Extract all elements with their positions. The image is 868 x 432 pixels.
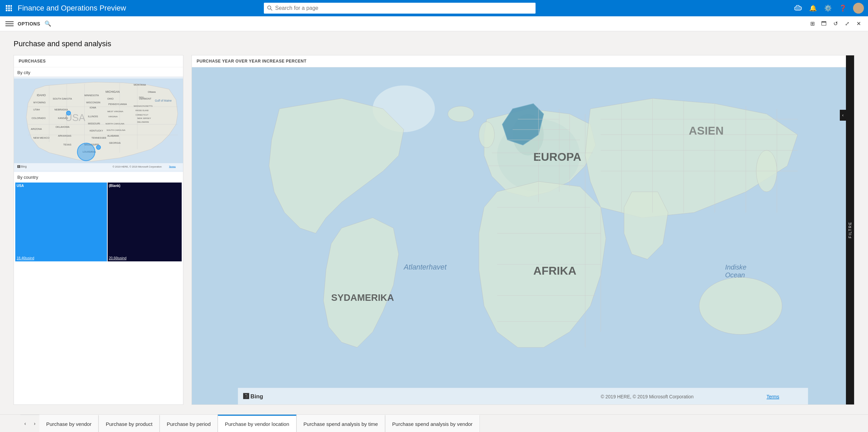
svg-text:MASSACHUSETTS: MASSACHUSETTS: [134, 105, 152, 107]
svg-text:© 2019 HERE, © 2019 Microsoft : © 2019 HERE, © 2019 Microsoft Corporatio…: [601, 394, 693, 399]
tab-purchase-by-vendor[interactable]: Purchase by vendor: [39, 415, 98, 432]
svg-text:IDAHO: IDAHO: [37, 93, 46, 97]
options-toolbar: OPTIONS 🔍 ⊞ 🗖 ↺ ⤢ ✕: [0, 16, 868, 31]
svg-point-63: [67, 111, 71, 115]
svg-point-75: [699, 277, 782, 334]
toolbar-right-actions: ⊞ 🗖 ↺ ⤢ ✕: [808, 20, 863, 28]
svg-rect-3: [6, 7, 7, 9]
filter-collapse-arrow[interactable]: ‹: [840, 110, 846, 121]
dashboard-icon[interactable]: ⊞: [808, 20, 816, 28]
svg-text:RHODE ISLAND: RHODE ISLAND: [135, 109, 149, 111]
world-map-svg: EUROPA ASIEN Atlanterhavet AFRIKA SYDAME…: [192, 67, 854, 404]
top-navbar: Finance and Operations Preview 🔔 ⚙️ ❓: [0, 0, 868, 16]
svg-text:SOUTH CAROLINA: SOUTH CAROLINA: [107, 129, 126, 131]
grid-icon[interactable]: [4, 3, 14, 13]
svg-text:AFRIKA: AFRIKA: [534, 264, 577, 277]
window-icon[interactable]: 🗖: [820, 20, 828, 28]
svg-point-12: [854, 10, 863, 14]
svg-text:SYDAMERIKA: SYDAMERIKA: [331, 292, 394, 303]
search-icon: [267, 5, 273, 11]
svg-rect-0: [6, 5, 7, 7]
tab-prev-btn[interactable]: ‹: [20, 415, 30, 432]
help-icon[interactable]: ❓: [838, 3, 848, 13]
svg-text:VIRGINIA: VIRGINIA: [108, 115, 118, 118]
svg-point-74: [479, 122, 494, 148]
svg-point-11: [856, 4, 861, 9]
filter-label: FILTRE: [848, 222, 852, 238]
tab-purchase-by-period[interactable]: Purchase by period: [160, 415, 218, 432]
hamburger-menu[interactable]: [5, 20, 14, 28]
svg-text:WYOMING: WYOMING: [33, 101, 46, 104]
purchases-card-header: PURCHASES: [14, 55, 183, 67]
usa-map-svg: IDAHO WYOMING UTAH COLORADO ARIZONA NEW …: [14, 77, 183, 172]
blank-value: 20,66tusind: [108, 255, 182, 261]
search-bar[interactable]: [264, 3, 536, 14]
svg-text:Gulf of Maine: Gulf of Maine: [155, 99, 172, 102]
svg-point-65: [77, 143, 95, 161]
main-content: Purchase and spend analysis PURCHASES By…: [0, 31, 868, 414]
country-bars: USA 18,46tusind (Blank) 20,66tusind: [14, 181, 183, 263]
tab-purchase-by-vendor-location[interactable]: Purchase by vendor location: [218, 415, 296, 432]
svg-point-64: [96, 145, 101, 149]
svg-text:NEBRASKA: NEBRASKA: [54, 108, 68, 111]
tab-next-btn[interactable]: ›: [30, 415, 39, 432]
svg-text:© 2019 HERE, © 2019 Microsoft : © 2019 HERE, © 2019 Microsoft Corporatio…: [113, 165, 162, 168]
svg-text:Atlanterhavet: Atlanterhavet: [403, 263, 447, 271]
svg-text:WISCONSIN: WISCONSIN: [86, 101, 101, 104]
world-map: EUROPA ASIEN Atlanterhavet AFRIKA SYDAME…: [192, 67, 854, 404]
svg-text:KENTUCKY: KENTUCKY: [90, 129, 103, 132]
settings-icon[interactable]: ⚙️: [823, 3, 833, 13]
svg-text:ALABAMA: ALABAMA: [107, 134, 119, 137]
svg-text:Terms: Terms: [766, 394, 779, 399]
svg-text:ARKANSAS: ARKANSAS: [58, 134, 72, 137]
tab-purchase-by-product[interactable]: Purchase by product: [98, 415, 160, 432]
svg-point-9: [268, 6, 271, 9]
svg-text:OKLAHOMA: OKLAHOMA: [55, 125, 69, 128]
world-card-header: PURCHASE YEAR OVER YEAR INCREASE PERCENT: [192, 55, 854, 67]
svg-rect-110: [238, 388, 808, 404]
svg-text:CONNECTICUT: CONNECTICUT: [135, 114, 148, 116]
page-title: Purchase and spend analysis: [14, 39, 854, 48]
notification-icon[interactable]: 🔔: [808, 3, 818, 13]
nav-right-icons: 🔔 ⚙️ ❓: [793, 3, 864, 14]
svg-text:ARIZONA: ARIZONA: [31, 127, 42, 131]
purchases-card: PURCHASES By city: [14, 55, 183, 405]
city-map: IDAHO WYOMING UTAH COLORADO ARIZONA NEW …: [14, 77, 183, 172]
svg-text:IOWA: IOWA: [90, 106, 96, 109]
toolbar-search-icon[interactable]: 🔍: [44, 20, 51, 27]
svg-text:PENNSYLVANIA: PENNSYLVANIA: [108, 103, 127, 106]
usa-bar: USA 18,46tusind: [15, 183, 107, 261]
svg-text:NEW MEXICO: NEW MEXICO: [33, 136, 50, 139]
expand-icon[interactable]: ⤢: [843, 20, 851, 28]
svg-rect-5: [11, 7, 12, 9]
svg-text:UTAH: UTAH: [33, 108, 40, 111]
svg-text:ASIEN: ASIEN: [689, 124, 724, 137]
blank-label: (Blank): [109, 184, 121, 188]
usa-label: USA: [17, 184, 24, 188]
svg-text:EUROPA: EUROPA: [534, 151, 581, 163]
refresh-icon[interactable]: ↺: [831, 20, 839, 28]
svg-text:MONTANA: MONTANA: [134, 83, 146, 86]
svg-text:TENNESSEE: TENNESSEE: [91, 136, 106, 139]
user-avatar[interactable]: [853, 3, 864, 14]
svg-text:Terms: Terms: [169, 165, 176, 168]
svg-rect-7: [8, 10, 10, 11]
search-input[interactable]: [275, 5, 532, 11]
svg-rect-4: [8, 7, 10, 9]
svg-text:MICHIGAN: MICHIGAN: [106, 90, 120, 93]
svg-text:WEST VIRGINIA: WEST VIRGINIA: [107, 110, 124, 113]
filter-panel[interactable]: FILTRE: [846, 55, 854, 404]
cards-row: PURCHASES By city: [14, 55, 854, 405]
svg-text:GEORGIA: GEORGIA: [109, 141, 121, 144]
tab-spend-analysis-by-vendor[interactable]: Purchase spend analysis by vendor: [385, 415, 480, 432]
svg-text:MINNESOTA: MINNESOTA: [85, 94, 99, 97]
svg-rect-1: [8, 5, 10, 7]
close-icon[interactable]: ✕: [854, 20, 863, 28]
options-label: OPTIONS: [18, 21, 40, 27]
svg-text:🅱 Bing: 🅱 Bing: [243, 393, 263, 400]
svg-text:TEXAS: TEXAS: [63, 143, 71, 146]
by-city-label: By city: [14, 67, 183, 77]
cloud-icon[interactable]: [793, 3, 803, 13]
tab-spend-analysis-by-time[interactable]: Purchase spend analysis by time: [296, 415, 385, 432]
svg-point-77: [448, 106, 474, 122]
